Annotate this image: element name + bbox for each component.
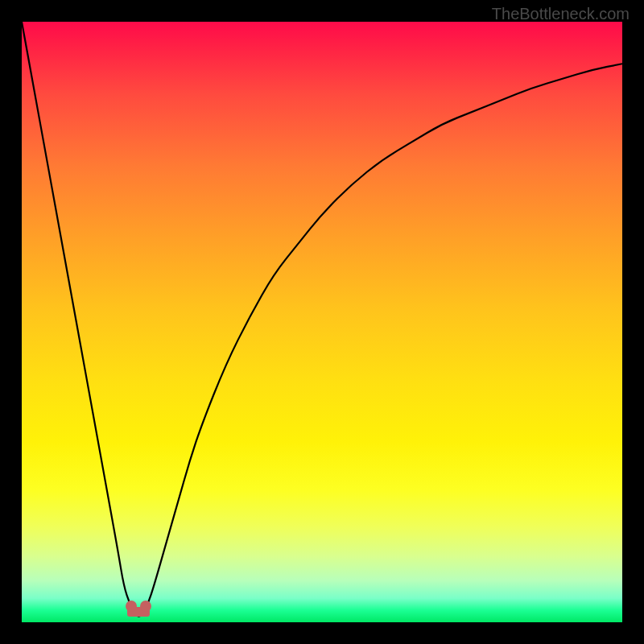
- chart-plot-area: [22, 22, 622, 622]
- optimum-marker-right: [140, 601, 151, 612]
- watermark-text: TheBottleneck.com: [492, 5, 630, 23]
- optimum-marker-left: [126, 601, 137, 612]
- bottleneck-curve: [22, 22, 622, 622]
